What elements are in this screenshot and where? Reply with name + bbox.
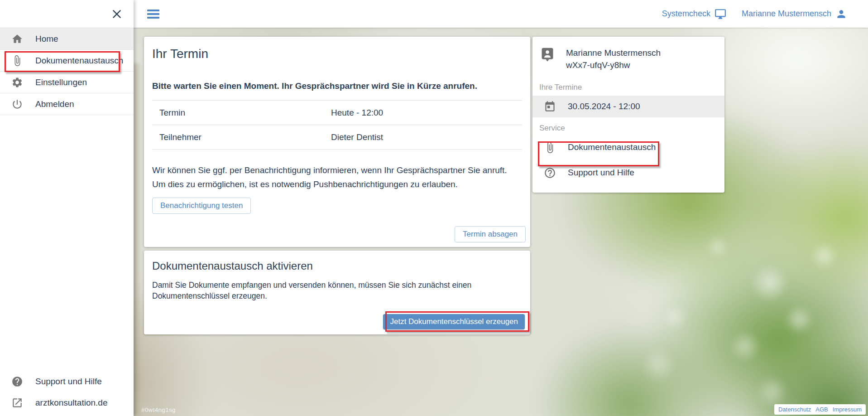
service-item-support[interactable]: Support und Hilfe [532, 162, 724, 184]
table-row: Teilnehmer Dieter Dentist [152, 125, 522, 150]
datenschutz-link[interactable]: Datenschutz [778, 406, 811, 413]
close-icon[interactable] [111, 8, 123, 20]
appointment-card: Ihr Termin Bitte warten Sie einen Moment… [144, 37, 530, 247]
open-in-new-icon [11, 397, 23, 409]
profile-card: Marianne Mustermensch wXx7-ufqV-y8hw Ihr… [532, 37, 724, 193]
sidebar-item-support[interactable]: Support und Hilfe [0, 371, 134, 392]
sidebar-item-einstellungen[interactable]: Einstellungen [0, 72, 134, 93]
row-value: Dieter Dentist [331, 132, 383, 142]
cancel-appointment-button[interactable]: Termin absagen [455, 226, 526, 242]
sidebar-footer: Support und Hilfe arztkonsultation.de [0, 371, 134, 413]
calendar-icon [543, 101, 556, 113]
sidebar-item-label: arztkonsultation.de [35, 398, 108, 408]
sidebar-nav: Home Dokumentenaustausch Einstellungen A… [0, 28, 134, 115]
home-icon [11, 33, 23, 45]
background-detail [133, 63, 142, 416]
systemcheck-label: Systemcheck [662, 9, 710, 19]
sidebar-item-label: Support und Hilfe [35, 377, 102, 387]
impressum-link[interactable]: Impressum [833, 406, 862, 413]
session-watermark: #0wt4ng1sg [141, 406, 176, 413]
service-item-label: Dokumentenaustausch [568, 142, 656, 152]
user-name: Marianne Mustermensch [742, 9, 831, 19]
service-item-label: Support und Hilfe [568, 168, 634, 178]
profile-header: Marianne Mustermensch wXx7-ufqV-y8hw [532, 47, 724, 71]
appointment-date: 30.05.2024 - 12:00 [568, 102, 640, 111]
paperclip-icon [543, 141, 556, 154]
sidebar-item-label: Abmelden [35, 99, 74, 109]
topbar: Systemcheck Marianne Mustermensch [134, 0, 868, 28]
sidebar: Home Dokumentenaustausch Einstellungen A… [0, 0, 134, 416]
profile-code: wXx7-ufqV-y8hw [566, 59, 661, 71]
power-icon [11, 98, 23, 110]
sidebar-item-label: Home [35, 34, 58, 44]
profile-name: Marianne Mustermensch [566, 47, 661, 59]
activation-title: Dokumentenaustausch aktivieren [152, 260, 522, 272]
paperclip-icon [11, 55, 23, 67]
row-label: Teilnehmer [152, 132, 331, 142]
sidebar-item-home[interactable]: Home [0, 28, 134, 50]
app-window: Systemcheck Marianne Mustermensch [0, 0, 868, 416]
test-notification-button[interactable]: Benachrichtigung testen [152, 198, 251, 214]
appointment-table: Termin Heute - 12:00 Teilnehmer Dieter D… [152, 100, 522, 150]
push-notification-info: Wir können Sie ggf. per Benachrichtigung… [152, 163, 521, 191]
generate-document-key-button[interactable]: Jetzt Dokumentenschlüssel erzeugen [383, 314, 525, 329]
service-section-label: Service [532, 124, 724, 133]
systemcheck-link[interactable]: Systemcheck [662, 8, 726, 20]
sidebar-item-label: Einstellungen [35, 77, 87, 87]
menu-icon[interactable] [147, 10, 159, 19]
person-badge-icon [541, 47, 554, 71]
gear-icon [11, 77, 23, 88]
appointment-list-item[interactable]: 30.05.2024 - 12:00 [532, 96, 724, 117]
user-menu[interactable]: Marianne Mustermensch [742, 8, 847, 20]
wait-message: Bitte warten Sie einen Moment. Ihr Gespr… [152, 80, 522, 92]
sidebar-item-label: Dokumentenaustausch [35, 56, 123, 66]
sidebar-item-dokumentenaustausch[interactable]: Dokumentenaustausch [0, 50, 134, 72]
table-row: Termin Heute - 12:00 [152, 101, 522, 125]
row-value: Heute - 12:00 [331, 108, 383, 118]
agb-link[interactable]: AGB [815, 406, 828, 413]
service-item-dokumentenaustausch[interactable]: Dokumentenaustausch [532, 136, 724, 158]
activation-description: Damit Sie Dokumente empfangen und versen… [152, 280, 514, 301]
person-icon [835, 8, 847, 20]
monitor-icon [715, 8, 726, 20]
sidebar-header [0, 0, 134, 28]
sidebar-item-abmelden[interactable]: Abmelden [0, 93, 134, 115]
help-outline-icon [543, 167, 556, 179]
page-title: Ihr Termin [152, 47, 522, 61]
row-label: Termin [152, 108, 331, 118]
sidebar-item-website[interactable]: arztkonsultation.de [0, 392, 134, 413]
help-icon [11, 376, 23, 387]
appointments-section-label: Ihre Termine [532, 83, 724, 92]
legal-links: Datenschutz AGB Impressum [774, 404, 866, 415]
activation-card: Dokumentenaustausch aktivieren Damit Sie… [144, 251, 530, 334]
